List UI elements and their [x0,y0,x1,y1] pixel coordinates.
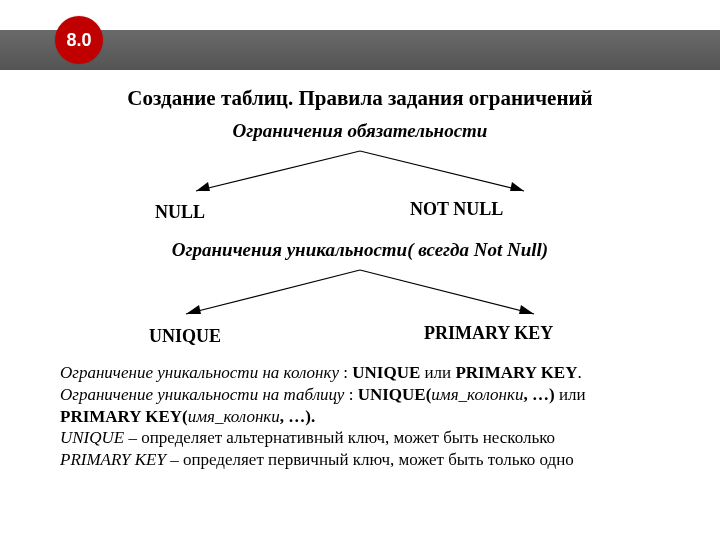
unique-tree-icon [150,266,570,322]
leaf-unique: UNIQUE [149,326,221,347]
svg-line-4 [186,270,360,314]
leaf-null: NULL [155,202,205,223]
body-l5b: – определяет первичный ключ, может быть … [166,450,574,469]
body-l2c: UNIQUE( [358,385,432,404]
header-label: SQL [134,10,165,27]
svg-line-2 [360,151,524,191]
body-l2a: Ограничение уникальности на таблицу [60,385,344,404]
version-badge: 8.0 [55,16,103,64]
body-l3b: имя_колонки [188,407,280,426]
body-text: Ограничение уникальности на колонку : UN… [60,362,670,471]
body-l1d: или [420,363,455,382]
body-l2e: , …) [523,385,554,404]
leaf-not-null: NOT NULL [410,199,503,220]
unique-heading: Ограничения уникальности( всегда Not Nul… [0,239,720,261]
body-l3c: , …). [280,407,315,426]
svg-marker-3 [510,182,524,191]
body-l4a: UNIQUE [60,428,124,447]
body-l3a: PRIMARY KEY( [60,407,188,426]
body-l4b: – определяет альтернативный ключ, может … [124,428,555,447]
slide-title: Создание таблиц. Правила задания огранич… [0,86,720,111]
body-l1f: . [577,363,581,382]
header-bar [0,30,720,70]
svg-marker-5 [186,305,201,314]
body-l1e: PRIMARY KEY [455,363,577,382]
svg-marker-7 [519,305,534,314]
body-l2b: : [344,385,357,404]
svg-line-0 [196,151,360,191]
svg-marker-1 [196,182,210,191]
body-l5a: PRIMARY KEY [60,450,166,469]
body-l1c: UNIQUE [352,363,420,382]
body-l1a: Ограничение уникальности на колонку [60,363,339,382]
version-text: 8.0 [66,30,91,51]
body-l2f: или [555,385,586,404]
mandatory-tree-icon [160,147,560,199]
body-l1b: : [339,363,352,382]
body-l2d: имя_колонки [431,385,523,404]
mandatory-heading: Ограничения обязательности [0,120,720,142]
svg-line-6 [360,270,534,314]
leaf-primary-key: PRIMARY KEY [424,323,553,344]
